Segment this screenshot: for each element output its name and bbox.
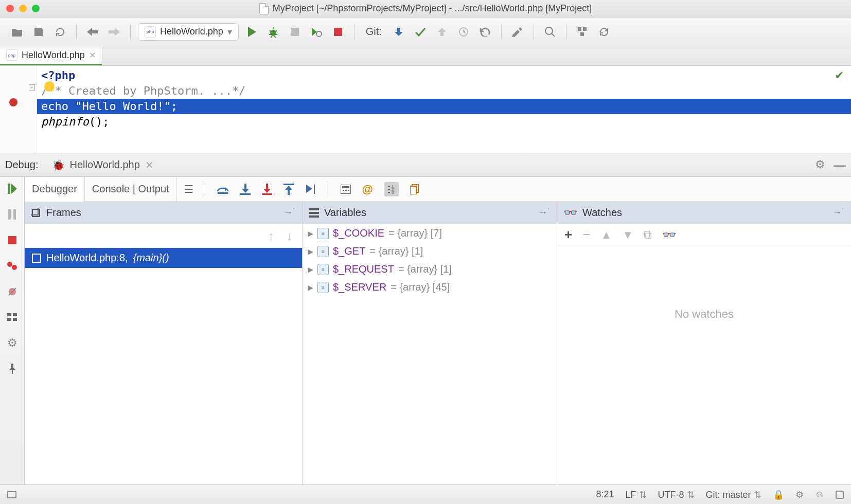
variable-row[interactable]: ▶ ≡ $_SERVER = {array} [45] <box>303 278 557 296</box>
search-icon[interactable] <box>541 23 559 41</box>
debug-main: Debugger Console | Output ☰ @ 123 <box>25 177 851 484</box>
glasses-icon[interactable]: 👓 <box>662 228 676 242</box>
push-icon[interactable] <box>433 23 451 41</box>
tab-label: Console | Output <box>92 183 169 195</box>
variable-row[interactable]: ▶ ≡ $_COOKIE = {array} [7] <box>303 224 557 242</box>
coverage-icon[interactable] <box>286 23 304 41</box>
save-all-icon[interactable] <box>30 23 47 41</box>
code-text: phpinfo <box>41 115 89 128</box>
pause-icon[interactable] <box>5 207 20 222</box>
close-icon[interactable]: ✕ <box>89 50 96 60</box>
variables-icon <box>309 208 319 218</box>
memory-icon[interactable] <box>836 491 844 499</box>
breakpoint-icon[interactable] <box>9 98 17 106</box>
variable-name: $_GET <box>333 245 365 257</box>
debug-settings-icon[interactable]: ⚙ <box>5 335 20 351</box>
panel-title: Variables <box>324 207 366 219</box>
intention-bulb-icon[interactable] <box>44 81 55 92</box>
remove-watch-icon[interactable]: − <box>582 227 590 243</box>
expand-icon[interactable]: ▶ <box>308 265 313 274</box>
back-icon[interactable] <box>84 23 101 41</box>
expand-icon[interactable]: ▶ <box>308 229 313 238</box>
stop-icon[interactable] <box>5 232 20 248</box>
copy-icon[interactable] <box>410 184 419 194</box>
add-watch-icon[interactable]: + <box>564 227 572 243</box>
resume-icon[interactable] <box>5 181 20 196</box>
next-frame-icon[interactable]: ↓ <box>287 229 293 243</box>
settings-icon[interactable] <box>509 23 526 41</box>
minimize-icon[interactable]: — <box>834 158 846 172</box>
revert-icon[interactable] <box>476 23 494 41</box>
gear-icon[interactable]: ⚙ <box>815 158 825 172</box>
forward-icon[interactable] <box>105 23 123 41</box>
panel-menu-icon[interactable]: →˙ <box>538 207 551 218</box>
line-separator[interactable]: LF ⇅ <box>626 489 647 500</box>
step-out-icon[interactable] <box>283 184 294 195</box>
refresh-icon[interactable] <box>51 23 69 41</box>
code-area[interactable]: <?php /** Created by PhpStorm. ...*/ ech… <box>37 66 851 153</box>
watches-panel: 👓 Watches →˙ + − ▲ ▼ ⧉ 👓 No watches <box>557 202 851 484</box>
encoding[interactable]: UTF-8 ⇅ <box>658 489 695 500</box>
minimize-window-icon[interactable] <box>19 5 27 12</box>
stop-icon[interactable] <box>329 23 347 41</box>
layout-icon[interactable] <box>5 310 20 325</box>
mute-breakpoints-icon[interactable] <box>5 284 20 299</box>
debug-icon[interactable] <box>264 23 282 41</box>
variable-row[interactable]: ▶ ≡ $_REQUEST = {array} [1] <box>303 260 557 278</box>
show-frames-icon[interactable]: ☰ <box>184 183 193 195</box>
expand-icon[interactable]: ▶ <box>308 283 313 292</box>
prev-frame-icon[interactable]: ↑ <box>268 229 274 243</box>
commit-icon[interactable] <box>412 23 429 41</box>
fold-icon[interactable]: + <box>29 84 35 91</box>
editor-tab-bar: php HelloWorld.php ✕ <box>0 46 851 66</box>
run-with-icon[interactable] <box>308 23 325 41</box>
tool-window-toggle-icon[interactable] <box>7 491 16 498</box>
run-config-selector[interactable]: php HelloWorld.php ▾ <box>138 23 239 41</box>
zoom-window-icon[interactable] <box>32 5 40 12</box>
structure-icon[interactable] <box>574 23 591 41</box>
editor-tab[interactable]: php HelloWorld.php ✕ <box>0 46 102 65</box>
git-branch[interactable]: Git: master ⇅ <box>706 489 761 500</box>
lock-icon[interactable]: 🔒 <box>773 489 784 500</box>
force-step-into-icon[interactable] <box>262 184 272 195</box>
title-bar: MyProject [~/PhpstormProjects/MyProject]… <box>0 0 851 17</box>
step-into-icon[interactable] <box>240 184 251 195</box>
run-to-cursor-icon[interactable] <box>305 184 317 195</box>
svg-rect-36 <box>309 208 319 210</box>
panel-menu-icon[interactable]: →˙ <box>283 207 296 218</box>
update-project-icon[interactable] <box>390 23 407 41</box>
history-icon[interactable] <box>455 23 472 41</box>
debug-session-tab[interactable]: 🐞 HelloWorld.php ✕ <box>47 157 159 173</box>
stack-frame[interactable]: HelloWorld.php:8, {main}() <box>25 248 302 268</box>
tab-label: Debugger <box>32 183 77 195</box>
editor[interactable]: + <?php /** Created by PhpStorm. ...*/ e… <box>0 66 851 153</box>
panel-menu-icon[interactable]: →˙ <box>832 207 845 218</box>
close-icon[interactable]: ✕ <box>145 159 154 171</box>
tab-console[interactable]: Console | Output <box>85 177 177 201</box>
refresh2-icon[interactable] <box>595 23 613 41</box>
tab-debugger[interactable]: Debugger <box>25 177 85 202</box>
view-breakpoints-icon[interactable] <box>5 258 20 274</box>
editor-gutter[interactable]: + <box>0 66 37 153</box>
variable-row[interactable]: ▶ ≡ $_GET = {array} [1] <box>303 242 557 260</box>
inspection-ok-icon[interactable]: ✔ <box>835 69 844 82</box>
step-over-icon[interactable] <box>217 184 229 194</box>
frame-function: {main}() <box>133 252 169 264</box>
svg-point-0 <box>270 30 276 36</box>
expand-icon[interactable]: ▶ <box>308 247 313 256</box>
pin-icon[interactable] <box>5 361 20 376</box>
hector-icon[interactable]: ☺ <box>815 489 824 500</box>
run-icon[interactable] <box>243 23 260 41</box>
move-down-icon[interactable]: ▼ <box>622 228 633 242</box>
bug-icon: 🐞 <box>52 159 65 171</box>
move-up-icon[interactable]: ▲ <box>600 228 612 242</box>
close-window-icon[interactable] <box>6 5 14 12</box>
duplicate-watch-icon[interactable]: ⧉ <box>644 228 652 242</box>
caret-position[interactable]: 8:21 <box>596 489 614 500</box>
evaluate-icon[interactable] <box>341 185 351 194</box>
glasses-icon: 👓 <box>563 206 577 220</box>
open-icon[interactable] <box>8 23 26 41</box>
sort-vars-icon[interactable]: 123 <box>384 182 399 196</box>
ide-settings-icon[interactable]: ⚙ <box>795 489 804 500</box>
at-icon[interactable]: @ <box>362 183 373 196</box>
